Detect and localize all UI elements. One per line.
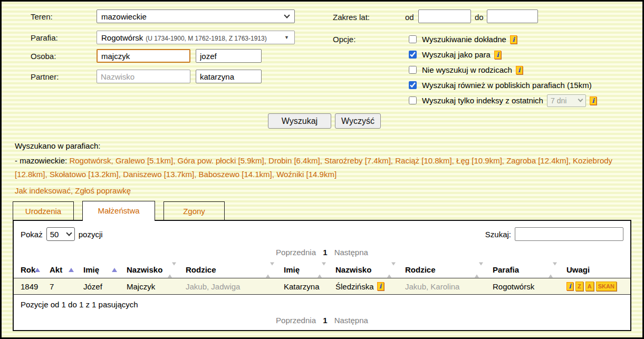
tab-zgony[interactable]: Zgony [164,201,225,220]
page-size-label-after: pozycji [79,230,103,239]
year-to-input[interactable] [487,9,538,23]
skan-button[interactable]: SKAN [596,282,617,291]
column-header-rodzice2[interactable]: Rodzice [404,261,492,278]
search-form: Teren: mazowieckie Parafia: Rogotwórsk(U… [2,2,642,134]
table-footer-info: Pozycje od 1 do 1 z 1 pasujących [21,300,623,309]
table-search-label: Szukaj: [485,230,511,239]
cell-rok: 1849 [14,278,49,295]
parish-link[interactable]: Baboszewo [14.1km] [199,170,277,179]
table-search-input[interactable] [515,227,623,241]
osoba-name-input[interactable] [196,49,262,63]
column-header-imie2[interactable]: Imię [283,261,334,278]
column-header-uwagi: Uwagi [565,261,630,278]
option-label: Wyszukaj tylko indeksy z ostatnich [422,96,543,105]
column-header-imie[interactable]: Imię [82,261,126,278]
parish-link[interactable]: Góra pow. płocki [5.9km] [177,156,268,165]
cell-uwagi: i Z A SKAN [565,278,630,295]
report-fix-link[interactable]: Zgłoś poprawkę [75,186,131,195]
option-row-pair: Wyszukaj jako para i [409,47,597,62]
parish-link[interactable]: Daniszewo [13.7km] [123,170,198,179]
info-icon[interactable]: i [377,282,384,290]
parafia-select[interactable]: Rogotwórsk(U 1734-1900, M 1762-1918, Z 1… [97,31,295,44]
options-list: Wyszukiwanie dokładne i Wyszukaj jako pa… [409,32,597,108]
next-page-button[interactable]: Następna [334,316,368,325]
how-to-index-link[interactable]: Jak indeksować [15,186,75,195]
cell-imie: Józef [82,278,126,295]
option-checkbox-2[interactable] [409,66,417,74]
parish-link[interactable]: Drobin [6.4km] [268,156,324,165]
pagination-bottom: Poprzednia 1 Następna [14,316,630,325]
year-from-input[interactable] [418,9,471,23]
option-checkbox-0[interactable] [409,35,417,43]
option-checkbox-4[interactable] [409,96,417,104]
clear-button[interactable]: Wyczyść [335,113,381,129]
zakres-lat-label: Zakres lat: [333,13,370,22]
sort-icon [266,265,274,274]
sort-asc-icon [112,268,117,272]
prev-page-button[interactable]: Poprzednia [276,316,316,325]
opcje-label: Opcje: [333,35,355,44]
parish-link[interactable]: Staroźreby [7.4km] [324,156,395,165]
chevron-down-icon [66,230,72,236]
results-heading: Wyszukano w parafiach: [15,141,642,150]
z-source-button[interactable]: Z [575,282,583,291]
partner-surname-input[interactable] [97,70,190,83]
tab-urodzenia[interactable]: Urodzenia [13,201,74,220]
parish-link[interactable]: Rogotwórsk [69,156,116,165]
page-size-select[interactable]: 50 [46,227,75,241]
cell-imie2: Katarzyna [283,278,334,295]
parish-link[interactable]: Zagroba [12.4km] [506,156,573,165]
cell-nazwisko: Majczyk [126,278,185,295]
dropdown-arrow-icon: ▼ [284,35,289,40]
info-icon[interactable]: i [510,35,517,44]
column-header-akt[interactable]: Akt [49,261,82,278]
cell-rodzice2: Jakub, Karolina [404,278,492,295]
prev-page-button[interactable]: Poprzednia [276,248,316,257]
parish-link[interactable]: Raciąż [10.8km] [395,156,456,165]
results-panel: Pokaż 50 pozycji Szukaj: Poprzednia 1 Na… [13,220,631,331]
osoba-surname-input[interactable] [97,49,190,63]
column-header-rodzice[interactable]: Rodzice [185,261,283,278]
column-header-rok[interactable]: Rok [14,261,49,278]
search-button[interactable]: Wyszukaj [268,113,331,129]
table-header-row: Rok Akt Imię Nazwisko Rodzice Imię Nazwi… [14,261,630,278]
cell-rodzice: Jakub, Jadwiga [185,278,283,295]
column-header-nazwisko2[interactable]: Nazwisko [334,261,404,278]
od-label: od [405,13,414,22]
page-size-value: 50 [50,230,63,239]
info-icon[interactable]: i [590,96,597,105]
current-page[interactable]: 1 [323,248,327,257]
sort-icon [549,265,557,274]
parish-link[interactable]: Skołatowo [13.2km] [50,170,123,179]
province-prefix: - mazowieckie: [15,156,67,165]
teren-label: Teren: [31,12,53,21]
table-row: 1849 7 Józef Majczyk Jakub, Jadwiga Kata… [14,278,630,295]
a-archive-button[interactable]: A [585,282,594,291]
chevron-down-icon [578,97,583,102]
next-page-button[interactable]: Następna [334,248,368,257]
option-checkbox-3[interactable] [409,81,417,89]
osoba-label: Osoba: [31,52,56,61]
parish-link[interactable]: Gralewo [5.1km] [116,156,178,165]
parafia-select-detail: (U 1734-1900, M 1762-1918, Z 1763-1913) [146,35,266,42]
column-header-parafia[interactable]: Parafia [492,261,565,278]
days-select[interactable]: 7 dni [547,94,586,107]
days-select-value: 7 dni [551,96,575,105]
tab-malzenstwa[interactable]: Małżeństwa [82,201,155,221]
info-icon[interactable]: i [566,282,573,290]
partner-name-input[interactable] [196,70,262,83]
cell-nazwisko2: Śledzińskai [334,278,404,295]
parish-link[interactable]: Łęg [10.9km] [456,156,506,165]
info-icon[interactable]: i [516,66,523,74]
parafia-label: Parafia: [31,33,58,42]
sort-icon [168,265,176,274]
option-row-exact: Wyszukiwanie dokładne i [409,32,597,47]
column-header-nazwisko[interactable]: Nazwisko [126,261,185,278]
cell-parafia: Rogotwórsk [492,278,565,295]
parish-link[interactable]: Woźniki [14.9km] [276,170,337,179]
current-page[interactable]: 1 [323,316,327,325]
option-checkbox-1[interactable] [409,51,417,59]
teren-select[interactable]: mazowieckie [97,9,295,23]
table-toolbar: Pokaż 50 pozycji Szukaj: [21,227,623,241]
info-icon[interactable]: i [494,51,501,59]
